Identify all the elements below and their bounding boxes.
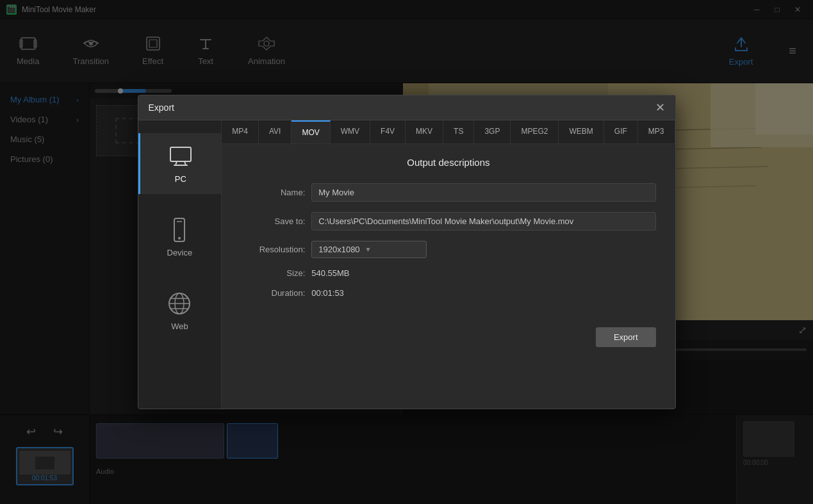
svg-point-20 bbox=[178, 237, 181, 240]
tab-ts[interactable]: TS bbox=[443, 120, 474, 143]
tab-f4v[interactable]: F4V bbox=[370, 120, 406, 143]
output-resolution-row: Resolustion: 1920x1080 ▼ bbox=[241, 241, 655, 258]
pc-icon bbox=[168, 143, 193, 169]
output-duration-row: Duration: 00:01:53 bbox=[241, 288, 655, 298]
device-label: Device bbox=[167, 248, 193, 257]
web-icon bbox=[167, 291, 192, 316]
dropdown-arrow-icon: ▼ bbox=[365, 246, 372, 253]
pc-label: PC bbox=[175, 174, 186, 184]
resolution-dropdown[interactable]: 1920x1080 ▼ bbox=[311, 241, 427, 258]
output-title: Output descriptions bbox=[241, 157, 655, 168]
device-option-device[interactable]: Device bbox=[138, 207, 222, 268]
dialog-sidebar: PC Device bbox=[138, 120, 222, 409]
name-label: Name: bbox=[241, 188, 305, 197]
save-to-label: Save to: bbox=[241, 216, 305, 226]
size-label: Size: bbox=[241, 268, 305, 278]
size-value: 540.55MB bbox=[311, 268, 655, 278]
resolution-select[interactable]: 1920x1080 ▼ bbox=[311, 241, 655, 258]
output-section: Output descriptions Name: My Movie Save … bbox=[222, 144, 675, 321]
output-name-row: Name: My Movie bbox=[241, 183, 655, 202]
dialog-content: MP4 AVI MOV WMV F4V MKV TS 3GP MPEG2 WEB… bbox=[222, 120, 675, 409]
output-saveto-row: Save to: C:\Users\PC\Documents\MiniTool … bbox=[241, 212, 655, 231]
resolution-label: Resolustion: bbox=[241, 245, 305, 254]
dialog-body: PC Device bbox=[138, 120, 675, 409]
export-dialog: Export ✕ PC bbox=[138, 95, 676, 409]
tab-wmv[interactable]: WMV bbox=[331, 120, 370, 143]
format-tabs: MP4 AVI MOV WMV F4V MKV TS 3GP MPEG2 WEB… bbox=[222, 120, 675, 144]
tab-gif[interactable]: GIF bbox=[604, 120, 638, 143]
device-option-web[interactable]: Web bbox=[138, 280, 222, 341]
tab-mkv[interactable]: MKV bbox=[406, 120, 443, 143]
resolution-value: 1920x1080 bbox=[318, 245, 359, 254]
tab-mpeg2[interactable]: MPEG2 bbox=[511, 120, 559, 143]
dialog-close-button[interactable]: ✕ bbox=[655, 102, 665, 113]
device-option-pc[interactable]: PC bbox=[138, 133, 222, 194]
output-size-row: Size: 540.55MB bbox=[241, 268, 655, 278]
dialog-title: Export bbox=[149, 102, 174, 113]
name-input[interactable]: My Movie bbox=[311, 183, 655, 202]
dialog-header: Export ✕ bbox=[138, 95, 675, 120]
web-label: Web bbox=[171, 321, 188, 331]
svg-rect-18 bbox=[170, 147, 191, 161]
tab-webm[interactable]: WEBM bbox=[559, 120, 604, 143]
tab-mp3[interactable]: MP3 bbox=[638, 120, 675, 143]
export-btn-row: Export bbox=[222, 321, 675, 360]
export-button[interactable]: Export bbox=[596, 327, 656, 347]
duration-label: Duration: bbox=[241, 288, 305, 298]
duration-value: 00:01:53 bbox=[311, 288, 655, 298]
export-dialog-overlay: Export ✕ PC bbox=[0, 0, 813, 504]
tab-3gp[interactable]: 3GP bbox=[474, 120, 511, 143]
save-to-input[interactable]: C:\Users\PC\Documents\MiniTool Movie Mak… bbox=[311, 212, 655, 231]
tab-mp4[interactable]: MP4 bbox=[222, 120, 259, 143]
tab-mov[interactable]: MOV bbox=[292, 120, 330, 143]
device-icon bbox=[167, 217, 192, 243]
tab-avi[interactable]: AVI bbox=[259, 120, 292, 143]
